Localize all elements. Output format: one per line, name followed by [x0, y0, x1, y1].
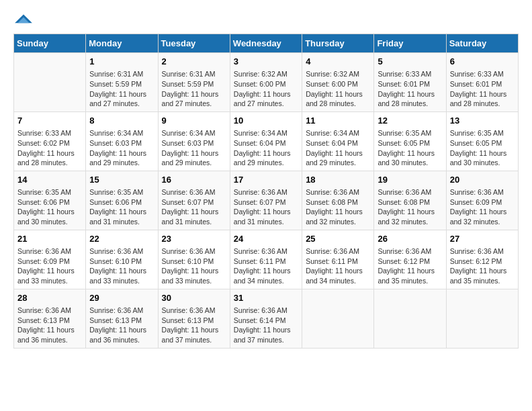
day-number: 20 — [450, 174, 515, 186]
day-info: Sunrise: 6:35 AMSunset: 6:05 PMDaylight:… — [450, 128, 515, 168]
calendar-body: 1Sunrise: 6:31 AMSunset: 5:59 PMDaylight… — [14, 53, 519, 349]
day-number: 3 — [234, 56, 298, 68]
calendar-cell: 2Sunrise: 6:31 AMSunset: 5:59 PMDaylight… — [158, 53, 230, 112]
header-saturday: Saturday — [446, 34, 518, 53]
logo — [13, 13, 36, 27]
day-number: 4 — [306, 56, 370, 68]
day-number: 15 — [89, 174, 154, 186]
calendar-cell: 26Sunrise: 6:36 AMSunset: 6:12 PMDayligh… — [374, 230, 446, 289]
week-row-4: 21Sunrise: 6:36 AMSunset: 6:09 PMDayligh… — [14, 230, 519, 289]
calendar-cell: 10Sunrise: 6:34 AMSunset: 6:04 PMDayligh… — [230, 111, 302, 171]
day-info: Sunrise: 6:35 AMSunset: 6:05 PMDaylight:… — [378, 128, 442, 168]
day-info: Sunrise: 6:32 AMSunset: 6:00 PMDaylight:… — [306, 69, 370, 109]
calendar-cell: 14Sunrise: 6:35 AMSunset: 6:06 PMDayligh… — [14, 171, 86, 230]
day-info: Sunrise: 6:36 AMSunset: 6:10 PMDaylight:… — [89, 246, 154, 286]
day-number: 27 — [450, 233, 515, 245]
calendar-cell: 24Sunrise: 6:36 AMSunset: 6:11 PMDayligh… — [230, 230, 302, 289]
day-number: 9 — [162, 115, 226, 127]
calendar-cell: 23Sunrise: 6:36 AMSunset: 6:10 PMDayligh… — [158, 230, 230, 289]
calendar-cell: 5Sunrise: 6:33 AMSunset: 6:01 PMDaylight… — [374, 53, 446, 112]
day-info: Sunrise: 6:34 AMSunset: 6:03 PMDaylight:… — [89, 128, 154, 168]
day-number: 16 — [162, 174, 226, 186]
day-info: Sunrise: 6:36 AMSunset: 6:11 PMDaylight:… — [306, 246, 370, 286]
calendar-cell: 8Sunrise: 6:34 AMSunset: 6:03 PMDaylight… — [86, 111, 158, 171]
day-number: 6 — [450, 56, 515, 68]
calendar-cell: 13Sunrise: 6:35 AMSunset: 6:05 PMDayligh… — [446, 111, 518, 171]
day-info: Sunrise: 6:36 AMSunset: 6:11 PMDaylight:… — [234, 246, 298, 286]
header-thursday: Thursday — [302, 34, 374, 53]
calendar-cell: 19Sunrise: 6:36 AMSunset: 6:08 PMDayligh… — [374, 171, 446, 230]
calendar-cell: 1Sunrise: 6:31 AMSunset: 5:59 PMDaylight… — [86, 53, 158, 112]
header-sunday: Sunday — [14, 34, 86, 53]
day-number: 7 — [17, 115, 82, 127]
week-row-1: 1Sunrise: 6:31 AMSunset: 5:59 PMDaylight… — [14, 53, 519, 112]
day-info: Sunrise: 6:33 AMSunset: 6:01 PMDaylight:… — [378, 69, 442, 109]
week-row-2: 7Sunrise: 6:33 AMSunset: 6:02 PMDaylight… — [14, 111, 519, 171]
calendar-cell: 12Sunrise: 6:35 AMSunset: 6:05 PMDayligh… — [374, 111, 446, 171]
calendar-cell: 25Sunrise: 6:36 AMSunset: 6:11 PMDayligh… — [302, 230, 374, 289]
day-number: 31 — [234, 292, 298, 304]
day-number: 18 — [306, 174, 370, 186]
day-number: 14 — [17, 174, 82, 186]
day-number: 13 — [450, 115, 515, 127]
calendar-cell: 7Sunrise: 6:33 AMSunset: 6:02 PMDaylight… — [14, 111, 86, 171]
logo-icon — [13, 13, 34, 27]
day-info: Sunrise: 6:36 AMSunset: 6:13 PMDaylight:… — [89, 306, 154, 345]
day-number: 8 — [89, 115, 154, 127]
day-info: Sunrise: 6:32 AMSunset: 6:00 PMDaylight:… — [234, 69, 298, 109]
day-number: 23 — [162, 233, 226, 245]
day-number: 11 — [306, 115, 370, 127]
calendar-cell: 29Sunrise: 6:36 AMSunset: 6:13 PMDayligh… — [86, 289, 158, 348]
day-info: Sunrise: 6:33 AMSunset: 6:02 PMDaylight:… — [17, 128, 82, 168]
day-number: 2 — [162, 56, 226, 68]
day-info: Sunrise: 6:36 AMSunset: 6:12 PMDaylight:… — [450, 246, 515, 286]
calendar-cell: 11Sunrise: 6:34 AMSunset: 6:04 PMDayligh… — [302, 111, 374, 171]
day-number: 24 — [234, 233, 298, 245]
day-info: Sunrise: 6:36 AMSunset: 6:08 PMDaylight:… — [306, 187, 370, 227]
calendar-cell: 17Sunrise: 6:36 AMSunset: 6:07 PMDayligh… — [230, 171, 302, 230]
header-wednesday: Wednesday — [230, 34, 302, 53]
day-info: Sunrise: 6:31 AMSunset: 5:59 PMDaylight:… — [89, 69, 154, 109]
calendar-cell — [14, 53, 86, 112]
calendar-cell: 20Sunrise: 6:36 AMSunset: 6:09 PMDayligh… — [446, 171, 518, 230]
calendar-cell: 31Sunrise: 6:36 AMSunset: 6:14 PMDayligh… — [230, 289, 302, 348]
day-info: Sunrise: 6:35 AMSunset: 6:06 PMDaylight:… — [89, 187, 154, 227]
day-info: Sunrise: 6:36 AMSunset: 6:07 PMDaylight:… — [234, 187, 298, 227]
calendar-cell: 4Sunrise: 6:32 AMSunset: 6:00 PMDaylight… — [302, 53, 374, 112]
day-number: 19 — [378, 174, 442, 186]
day-info: Sunrise: 6:36 AMSunset: 6:09 PMDaylight:… — [450, 187, 515, 227]
calendar-cell: 6Sunrise: 6:33 AMSunset: 6:01 PMDaylight… — [446, 53, 518, 112]
header-monday: Monday — [86, 34, 158, 53]
day-number: 30 — [162, 292, 226, 304]
day-info: Sunrise: 6:35 AMSunset: 6:06 PMDaylight:… — [17, 187, 82, 227]
calendar-table: SundayMondayTuesdayWednesdayThursdayFrid… — [13, 34, 519, 349]
header-friday: Friday — [374, 34, 446, 53]
page-header — [13, 13, 519, 27]
day-number: 26 — [378, 233, 442, 245]
day-number: 5 — [378, 56, 442, 68]
calendar-cell: 27Sunrise: 6:36 AMSunset: 6:12 PMDayligh… — [446, 230, 518, 289]
calendar-cell: 28Sunrise: 6:36 AMSunset: 6:13 PMDayligh… — [14, 289, 86, 348]
day-number: 12 — [378, 115, 442, 127]
calendar-cell — [302, 289, 374, 348]
day-info: Sunrise: 6:36 AMSunset: 6:09 PMDaylight:… — [17, 246, 82, 286]
day-info: Sunrise: 6:31 AMSunset: 5:59 PMDaylight:… — [162, 69, 226, 109]
day-info: Sunrise: 6:33 AMSunset: 6:01 PMDaylight:… — [450, 69, 515, 109]
calendar-cell — [374, 289, 446, 348]
header-tuesday: Tuesday — [158, 34, 230, 53]
day-number: 25 — [306, 233, 370, 245]
calendar-cell — [446, 289, 518, 348]
day-number: 29 — [89, 292, 154, 304]
day-number: 21 — [17, 233, 82, 245]
calendar-cell: 15Sunrise: 6:35 AMSunset: 6:06 PMDayligh… — [86, 171, 158, 230]
calendar-cell: 9Sunrise: 6:34 AMSunset: 6:03 PMDaylight… — [158, 111, 230, 171]
day-info: Sunrise: 6:36 AMSunset: 6:08 PMDaylight:… — [378, 187, 442, 227]
day-info: Sunrise: 6:36 AMSunset: 6:13 PMDaylight:… — [162, 306, 226, 345]
day-info: Sunrise: 6:36 AMSunset: 6:13 PMDaylight:… — [17, 306, 82, 345]
day-info: Sunrise: 6:34 AMSunset: 6:03 PMDaylight:… — [162, 128, 226, 168]
day-number: 10 — [234, 115, 298, 127]
calendar-cell: 3Sunrise: 6:32 AMSunset: 6:00 PMDaylight… — [230, 53, 302, 112]
day-number: 28 — [17, 292, 82, 304]
calendar-header-row: SundayMondayTuesdayWednesdayThursdayFrid… — [14, 34, 519, 53]
calendar-cell: 22Sunrise: 6:36 AMSunset: 6:10 PMDayligh… — [86, 230, 158, 289]
